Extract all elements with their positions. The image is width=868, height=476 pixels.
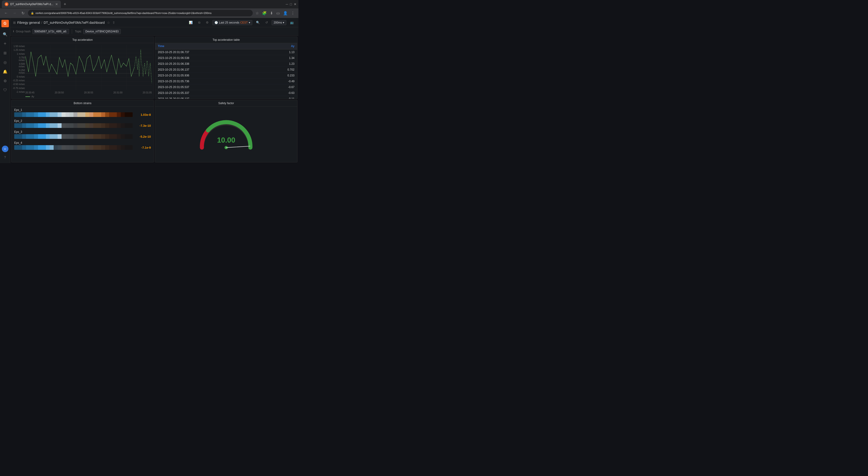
strain-row: Eps_4 -7.1e-9	[14, 141, 151, 150]
chart-button[interactable]: 📊	[187, 20, 194, 25]
x-label-1: 20:30:50	[55, 91, 64, 94]
y-label-10: -1 m/sec	[12, 91, 25, 93]
tv-button[interactable]: 📺	[288, 20, 296, 25]
settings-button[interactable]: ⚙	[204, 20, 211, 25]
sidebar-item-add[interactable]: +	[1, 39, 9, 48]
top-acceleration-title: Top acceleration	[11, 37, 154, 43]
dashboard-grid: Top acceleration 1.50 m/sec 1.25 m/sec 1…	[10, 36, 299, 163]
strain-label: Eps_3	[14, 130, 151, 134]
tab-title: DT_suHNmOvAy0IeF0Ms7wPl d...	[10, 3, 53, 6]
strain-bar	[14, 112, 133, 117]
zoom-button[interactable]: 🔍	[254, 20, 261, 25]
table-row: 2023-10-25 20:31:05.736 -0.49	[155, 78, 297, 84]
cell-ay: -0.49	[261, 78, 297, 84]
acceleration-chart-svg	[25, 45, 152, 90]
minimize-button[interactable]: ─	[286, 2, 288, 6]
tab-close-button[interactable]: ✕	[55, 2, 58, 6]
topic-label: Topic	[75, 30, 81, 33]
sidebar-item-shield[interactable]: 🛡	[1, 86, 9, 94]
time-range-picker[interactable]: 🕐 Last 25 seconds CEST ▾	[212, 20, 252, 25]
strain-bar	[14, 123, 133, 128]
breadcrumb-separator: /	[41, 21, 42, 25]
x-label-3: 20:31:00	[113, 91, 122, 94]
strain-row: Eps_2 -7.3e-10	[14, 119, 151, 128]
col-time: Time	[155, 43, 261, 49]
topbar-actions: 📊 ⧉ ⚙ 🕐 Last 25 seconds CEST ▾ 🔍 ↺ 200ms…	[187, 20, 296, 25]
legend-label-ay: Ay	[31, 95, 34, 98]
chart-legend: Ay	[11, 94, 154, 99]
maximize-button[interactable]: □	[290, 2, 292, 6]
back-button[interactable]: ←	[3, 10, 9, 16]
breadcrumb-home[interactable]: Fibregy general	[17, 21, 40, 25]
grafana-logo[interactable]: G	[1, 20, 9, 27]
strain-value: -5.2e-10	[134, 135, 151, 138]
address-bar[interactable]: 🔒 osi4iot.com/grafana/d/3069794b-e819-45…	[28, 10, 253, 16]
download-icon[interactable]: ⬇	[269, 10, 274, 16]
sync-button[interactable]: ↺	[264, 20, 270, 25]
strain-row: Eps_3 -5.2e-10	[14, 130, 151, 139]
strain-bar-container: -5.2e-10	[14, 134, 151, 139]
close-window-button[interactable]: ✕	[294, 2, 297, 6]
strain-value: 1.03e-8	[134, 113, 151, 116]
cell-time: 2023-10-25 20:31:05.537	[155, 84, 261, 90]
active-tab[interactable]: G DT_suHNmOvAy0IeF0Ms7wPl d... ✕	[2, 0, 61, 8]
bottom-strains-panel: Bottom strains Eps_1 1.03e-8 Eps_2 -7.3e…	[11, 100, 154, 162]
strain-label: Eps_4	[14, 141, 151, 144]
bookmark-star-icon[interactable]: ☆	[255, 10, 260, 16]
dashboard-name: DT_suHNmOvAy0IeF0Ms7wPl dashboard	[43, 21, 105, 25]
sidebar-item-search[interactable]: 🔍	[1, 30, 9, 38]
refresh-rate[interactable]: 200ms ▾	[272, 20, 286, 25]
sidebar-item-help[interactable]: ?	[1, 153, 9, 162]
sidebar-item-apps[interactable]: ⊞	[1, 49, 9, 57]
topic-value[interactable]: Device_nITBNCQ952AKEt	[83, 29, 121, 34]
cell-ay: 0.153	[261, 73, 297, 78]
split-icon[interactable]: ▭	[275, 10, 281, 16]
cell-ay: -0.11	[261, 96, 297, 99]
cell-ay: 1.34	[261, 55, 297, 61]
cell-time: 2023-10-25 20:31:05.936	[155, 73, 261, 78]
share-icon[interactable]: ⇧	[113, 21, 115, 25]
reload-button[interactable]: ↻	[20, 10, 26, 16]
group-hash-label: Group hash	[16, 30, 31, 33]
strain-value: -7.1e-9	[134, 146, 151, 149]
dashboard-title: ⊞ Fibregy general / DT_suHNmOvAy0IeF0Ms7…	[13, 21, 115, 25]
gauge-svg: 10.00	[196, 116, 256, 153]
new-tab-button[interactable]: +	[62, 1, 68, 7]
cell-time: 2023-10-25 20:31:05.736	[155, 78, 261, 84]
user-avatar[interactable]: U	[2, 146, 8, 152]
x-label-4: 20:31:05	[143, 91, 152, 94]
sidebar-item-bell[interactable]: 🔔	[1, 67, 9, 76]
main-content: ⊞ Fibregy general / DT_suHNmOvAy0IeF0Ms7…	[10, 18, 299, 163]
cell-ay: -0.63	[261, 90, 297, 96]
strain-bar	[14, 134, 133, 139]
account-icon[interactable]: 👤	[282, 10, 289, 16]
cell-time: 2023-10-25 20:31:05.337	[155, 90, 261, 96]
x-axis: 20:30:45 20:30:50 20:30:55 20:31:00 20:3…	[11, 91, 154, 94]
star-icon[interactable]: ☆	[107, 21, 110, 25]
legend-color-ay	[25, 97, 30, 97]
browser-tabs: G DT_suHNmOvAy0IeF0Ms7wPl d... ✕ + ─ □ ✕	[0, 0, 299, 8]
top-acceleration-panel: Top acceleration 1.50 m/sec 1.25 m/sec 1…	[11, 37, 154, 99]
svg-text:10.00: 10.00	[217, 136, 235, 144]
browser-chrome: G DT_suHNmOvAy0IeF0Ms7wPl d... ✕ + ─ □ ✕…	[0, 0, 299, 18]
strains-container: Eps_1 1.03e-8 Eps_2 -7.3e-10 Eps_3 -5.2e…	[11, 106, 154, 162]
extensions-icon[interactable]: 🧩	[261, 10, 268, 16]
copy-button[interactable]: ⧉	[196, 20, 202, 25]
table-row: 2023-10-25 20:31:05.537 -0.67	[155, 84, 297, 90]
table-row: 2023-10-25 20:31:05.337 -0.63	[155, 90, 297, 96]
chevron-down-icon-2: ▾	[283, 21, 284, 24]
grafana-app: G 🔍 + ⊞ ◎ 🔔 ⚙ 🛡 U ? ⊞ Fibregy general / …	[0, 18, 299, 163]
menu-icon[interactable]: ⋮	[290, 10, 296, 16]
safety-factor-title: Safety factor	[155, 100, 297, 106]
sidebar-item-compass[interactable]: ◎	[1, 58, 9, 66]
grid-icon: ⊞	[13, 21, 16, 25]
strain-label: Eps_1	[14, 108, 151, 112]
safety-factor-panel: Safety factor 10.00	[155, 100, 298, 162]
group-hash-value[interactable]: 5065d067_b72c_48f6_a6:	[32, 29, 69, 34]
bottom-strains-title: Bottom strains	[11, 100, 154, 106]
table-container[interactable]: Time Ay 2023-10-25 20:31:06.737 1.13 202…	[155, 43, 297, 99]
strain-label: Eps_2	[14, 119, 151, 123]
info-icon: ℹ	[13, 30, 14, 33]
sidebar-item-gear[interactable]: ⚙	[1, 77, 9, 85]
forward-button[interactable]: →	[11, 10, 18, 16]
